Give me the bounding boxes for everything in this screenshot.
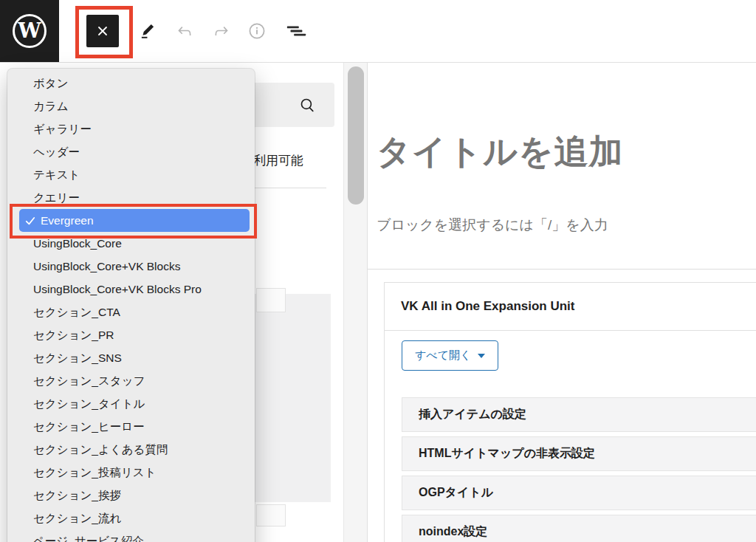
- accordion-section-label: 挿入アイテムの設定: [419, 407, 526, 422]
- editor-canvas: タイトルを追加 ブロックを選択するには「/」を入力 VK All in One …: [368, 63, 756, 542]
- open-all-label: すべて開く: [415, 349, 471, 363]
- redo-button[interactable]: [211, 21, 232, 41]
- pattern-chip: [256, 288, 286, 312]
- metabox-header[interactable]: VK All in One Expansion Unit: [385, 283, 756, 331]
- dropdown-menu-item[interactable]: セクション_流れ: [7, 507, 255, 529]
- dropdown-item-label: セクション_タイトル: [33, 397, 145, 410]
- dropdown-menu-item[interactable]: ヘッダー: [7, 140, 255, 163]
- accordion-section-label: noindex設定: [419, 524, 487, 540]
- close-icon: [97, 25, 109, 37]
- dropdown-menu-item[interactable]: UsingBlock_Core: [7, 232, 255, 255]
- info-icon: [247, 21, 267, 41]
- dropdown-menu-item[interactable]: クエリー: [7, 186, 255, 209]
- search-icon: [298, 96, 317, 114]
- accordion-section-header[interactable]: OGPタイトル: [402, 476, 756, 510]
- dropdown-item-label: セクション_挨拶: [33, 489, 121, 501]
- undo-button[interactable]: [174, 21, 195, 41]
- dropdown-menu-item[interactable]: セクション_挨拶: [7, 484, 255, 507]
- dropdown-item-label: セクション_スタッフ: [33, 374, 145, 387]
- metabox-title: VK All in One Expansion Unit: [401, 299, 575, 314]
- accordion-section-label: OGPタイトル: [419, 485, 493, 501]
- list-view-button[interactable]: [286, 21, 306, 41]
- canvas-divider: [368, 269, 756, 270]
- dropdown-menu-item[interactable]: ページ_サービス紹介: [7, 529, 255, 542]
- undo-icon: [175, 21, 194, 41]
- edit-mode-button[interactable]: [137, 21, 158, 41]
- dropdown-menu-item[interactable]: セクション_よくある質問: [7, 438, 255, 461]
- dropdown-item-label: カラム: [33, 100, 69, 112]
- dropdown-menu-item[interactable]: UsingBlock_Core+VK Blocks Pro: [7, 278, 255, 301]
- dropdown-menu-item[interactable]: UsingBlock_Core+VK Blocks: [7, 255, 255, 278]
- dropdown-item-label: セクション_ヒーロー: [33, 420, 145, 433]
- pattern-preview-fragment: [255, 294, 331, 502]
- dropdown-item-label: ボタン: [33, 77, 69, 89]
- open-all-button[interactable]: すべて開く: [402, 340, 498, 371]
- accordion-section-header[interactable]: 挿入アイテムの設定: [402, 397, 756, 432]
- dropdown-item-label: ギャラリー: [33, 123, 92, 135]
- dropdown-item-label: Evergreen: [41, 209, 94, 232]
- accordion-section-header[interactable]: HTMLサイトマップの非表示設定: [402, 436, 756, 471]
- check-icon: [24, 215, 36, 227]
- dropdown-item-label: セクション_CTA: [33, 306, 120, 318]
- pattern-chip: [256, 504, 286, 526]
- list-view-icon: [286, 21, 306, 41]
- dropdown-menu-item[interactable]: カラム: [7, 95, 255, 117]
- dropdown-menu-item[interactable]: セクション_PR: [7, 323, 255, 346]
- dropdown-menu-item[interactable]: セクション_SNS: [7, 346, 255, 369]
- dropdown-item-label: セクション_よくある質問: [33, 443, 168, 456]
- scrollbar-thumb[interactable]: [348, 66, 364, 205]
- dropdown-item-label: セクション_SNS: [33, 351, 122, 364]
- dropdown-item-label: ヘッダー: [33, 145, 80, 158]
- vk-exunit-metabox: VK All in One Expansion Unit すべて開く 挿入アイテ…: [384, 282, 756, 542]
- dropdown-item-label: UsingBlock_Core+VK Blocks Pro: [33, 283, 202, 295]
- dropdown-item-label: ページ_サービス紹介: [33, 535, 144, 542]
- block-search-input[interactable]: [250, 83, 334, 127]
- dropdown-menu-item[interactable]: テキスト: [7, 163, 255, 186]
- post-title-placeholder[interactable]: タイトルを追加: [377, 129, 746, 175]
- metabox-body: すべて開く 挿入アイテムの設定 HTMLサイトマップの非表示設定 OGPタイトル…: [385, 331, 756, 542]
- dropdown-item-label: クエリー: [33, 191, 80, 204]
- block-category-dropdown: ボタン カラム ギャラリー ヘッダー テキスト クエリー: [7, 69, 255, 542]
- dropdown-menu-item[interactable]: セクション_スタッフ: [7, 369, 255, 392]
- accordion-section-header[interactable]: noindex設定: [402, 515, 756, 542]
- settings-accordion: 挿入アイテムの設定 HTMLサイトマップの非表示設定 OGPタイトル noind…: [402, 397, 756, 542]
- dropdown-menu-item[interactable]: ギャラリー: [7, 117, 255, 140]
- inserter-scrollbar[interactable]: [343, 63, 368, 542]
- post-body-placeholder[interactable]: ブロックを選択するには「/」を入力: [377, 216, 746, 235]
- redo-icon: [212, 21, 231, 41]
- chevron-down-icon: [478, 354, 485, 358]
- dropdown-menu-item[interactable]: セクション_CTA: [7, 301, 255, 323]
- dropdown-menu-item[interactable]: セクション_タイトル: [7, 392, 255, 415]
- tab-underline: [250, 188, 326, 188]
- dropdown-item-label: UsingBlock_Core+VK Blocks: [33, 260, 180, 272]
- dropdown-menu-item[interactable]: セクション_ヒーロー: [7, 415, 255, 438]
- wordpress-logo-button[interactable]: W: [0, 0, 59, 62]
- close-inserter-button[interactable]: [86, 15, 119, 47]
- dropdown-menu-item[interactable]: セクション_投稿リスト: [7, 461, 255, 484]
- dropdown-menu-item[interactable]: Evergreen: [19, 209, 250, 232]
- dropdown-item-label: セクション_流れ: [33, 512, 121, 524]
- dropdown-item-label: セクション_PR: [33, 329, 114, 341]
- wordpress-logo-icon: W: [13, 14, 47, 48]
- dropdown-menu-item[interactable]: ボタン: [7, 72, 255, 95]
- details-button[interactable]: [247, 21, 267, 41]
- pencil-icon: [138, 21, 157, 41]
- dropdown-item-label: UsingBlock_Core: [33, 237, 122, 250]
- dropdown-item-label: セクション_投稿リスト: [33, 466, 157, 478]
- editor-toolbar: W: [0, 0, 756, 63]
- tab-available[interactable]: 利用可能: [253, 152, 303, 169]
- dropdown-item-label: テキスト: [33, 168, 80, 181]
- accordion-section-label: HTMLサイトマップの非表示設定: [419, 446, 595, 462]
